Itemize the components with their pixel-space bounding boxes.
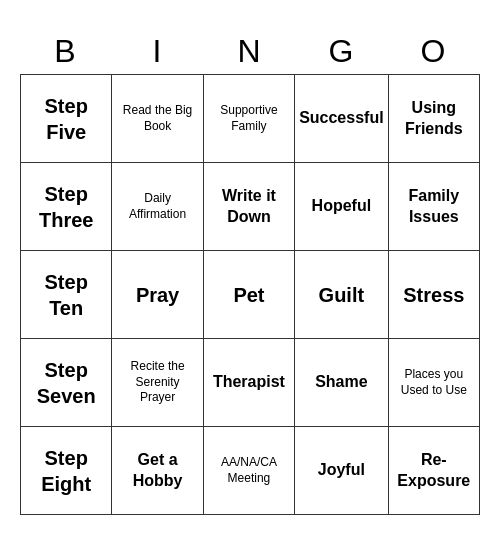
bingo-cell-3-1: Recite the Serenity Prayer (112, 339, 203, 427)
bingo-cell-2-0: Step Ten (21, 251, 112, 339)
bingo-cell-0-1: Read the Big Book (112, 75, 203, 163)
bingo-cell-3-4: Places you Used to Use (389, 339, 480, 427)
bingo-cell-0-4: Using Friends (389, 75, 480, 163)
bingo-cell-1-1: Daily Affirmation (112, 163, 203, 251)
bingo-header: BINGO (20, 29, 480, 74)
bingo-cell-4-0: Step Eight (21, 427, 112, 515)
header-letter-o: O (388, 29, 480, 74)
bingo-cell-4-2: AA/NA/CA Meeting (204, 427, 295, 515)
bingo-grid: Step FiveRead the Big BookSupportive Fam… (20, 74, 480, 515)
header-letter-b: B (20, 29, 112, 74)
bingo-card: BINGO Step FiveRead the Big BookSupporti… (20, 29, 480, 515)
bingo-cell-3-0: Step Seven (21, 339, 112, 427)
bingo-cell-1-2: Write it Down (204, 163, 295, 251)
bingo-cell-2-4: Stress (389, 251, 480, 339)
bingo-cell-1-0: Step Three (21, 163, 112, 251)
header-letter-n: N (204, 29, 296, 74)
bingo-cell-2-3: Guilt (295, 251, 388, 339)
header-letter-i: I (112, 29, 204, 74)
bingo-cell-0-2: Supportive Family (204, 75, 295, 163)
bingo-cell-0-0: Step Five (21, 75, 112, 163)
bingo-cell-3-3: Shame (295, 339, 388, 427)
bingo-cell-4-4: Re-Exposure (389, 427, 480, 515)
bingo-cell-1-4: Family Issues (389, 163, 480, 251)
bingo-cell-1-3: Hopeful (295, 163, 388, 251)
bingo-cell-4-3: Joyful (295, 427, 388, 515)
bingo-cell-4-1: Get a Hobby (112, 427, 203, 515)
header-letter-g: G (296, 29, 388, 74)
bingo-cell-0-3: Successful (295, 75, 388, 163)
bingo-cell-2-2: Pet (204, 251, 295, 339)
bingo-cell-2-1: Pray (112, 251, 203, 339)
bingo-cell-3-2: Therapist (204, 339, 295, 427)
